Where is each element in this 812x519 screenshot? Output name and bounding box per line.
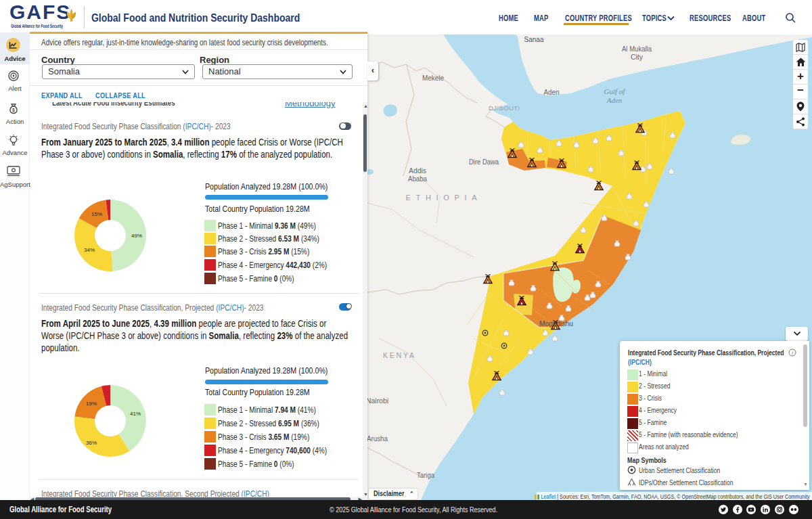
svg-text:Nairobi: Nairobi — [367, 397, 388, 405]
svg-text:Arusha: Arusha — [367, 435, 388, 443]
svg-text:15%: 15% — [91, 211, 102, 217]
svg-text:KENYA: KENYA — [383, 351, 414, 359]
svg-text:19%: 19% — [86, 401, 97, 407]
svg-text:34%: 34% — [84, 247, 95, 253]
svg-text:Gulf of: Gulf of — [604, 87, 627, 95]
svg-text:Mogadishu: Mogadishu — [539, 319, 573, 328]
svg-text:DJIBOUTI: DJIBOUTI — [489, 104, 520, 112]
svg-text:Ababa: Ababa — [408, 175, 428, 183]
svg-text:Al Mukalla: Al Mukalla — [622, 45, 652, 53]
svg-text:41%: 41% — [130, 411, 141, 417]
svg-text:Sanaa: Sanaa — [524, 35, 545, 43]
svg-text:Aden: Aden — [544, 88, 560, 96]
svg-text:City: City — [631, 53, 644, 61]
svg-text:Aden: Aden — [606, 96, 623, 104]
svg-text:$: $ — [12, 108, 15, 113]
svg-text:Dire Dawa: Dire Dawa — [469, 158, 499, 166]
svg-text:Addis: Addis — [409, 166, 426, 175]
svg-text:36%: 36% — [86, 440, 97, 446]
svg-text:Mekele: Mekele — [422, 74, 444, 82]
svg-text:i: i — [792, 350, 793, 356]
svg-text:Tanga: Tanga — [417, 472, 434, 479]
svg-text:49%: 49% — [131, 233, 142, 239]
